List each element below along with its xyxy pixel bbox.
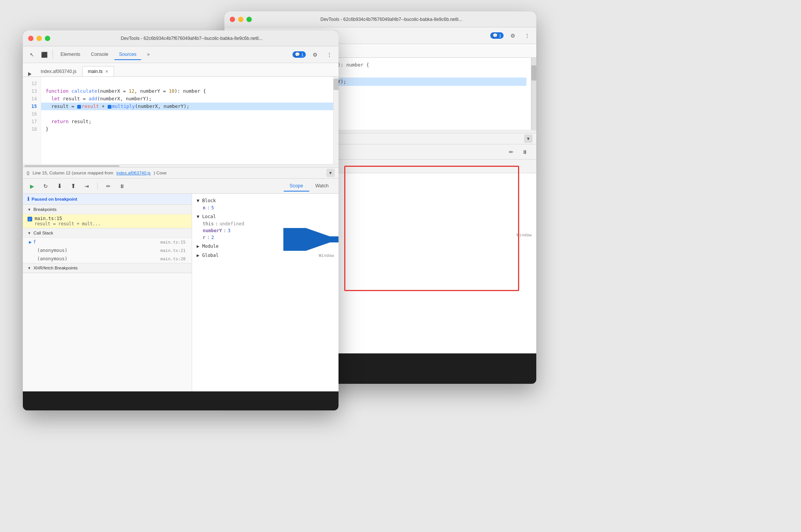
- front-xhr-section: ▼ XHR/fetch Breakpoints: [23, 263, 192, 273]
- front-right-panel: ▼ Block n : 5 ▼ Local this : undefined: [192, 194, 339, 391]
- front-bp-content: main.ts:15 result = result + mult...: [35, 216, 100, 226]
- front-toolbar: ↖ ⬛ Elements Console Sources » 💬 1 ⚙ ⋮: [23, 46, 339, 63]
- front-tab-more[interactable]: »: [143, 49, 154, 60]
- front-bp-file: main.ts:15: [35, 216, 100, 221]
- front-breakpoints-section: ▼ Breakpoints ✓ main.ts:15 result = resu…: [23, 205, 192, 228]
- front-xhr-header[interactable]: ▼ XHR/fetch Breakpoints: [23, 263, 192, 273]
- back-minimize-button[interactable]: [238, 17, 243, 22]
- front-cs-file-1: main.ts:15: [161, 240, 186, 245]
- front-close-button[interactable]: [28, 36, 33, 41]
- back-pause-button[interactable]: ⏸: [520, 147, 530, 157]
- back-close-button[interactable]: [230, 17, 235, 22]
- front-code-content: function calculate(numberX = 12, numberY…: [41, 77, 333, 164]
- front-h-scrollbar[interactable]: [23, 164, 339, 167]
- front-chat-badge[interactable]: 💬 1: [292, 51, 306, 58]
- front-breakpoints-label: Breakpoints: [33, 207, 57, 212]
- front-step-out-button[interactable]: ⬆: [68, 181, 78, 192]
- front-inline-scope-tab[interactable]: Scope: [284, 181, 309, 192]
- front-close-tab-icon[interactable]: ✕: [105, 69, 108, 74]
- front-step-over-button[interactable]: ↻: [40, 181, 51, 192]
- line-num-13: 13: [23, 87, 41, 95]
- front-breakpoints-header[interactable]: ▼ Breakpoints: [23, 205, 192, 214]
- back-fullscreen-button[interactable]: [246, 17, 252, 22]
- front-paused-section: ℹ Paused on breakpoint: [23, 194, 192, 205]
- front-code-area: 12 13 14 15 16 17 18 function calculate(…: [23, 77, 339, 164]
- front-menu-button[interactable]: ⋮: [324, 49, 335, 60]
- front-code-line-16: [41, 110, 333, 118]
- front-scope-block: ▼ Block n : 5: [192, 196, 339, 212]
- front-file-tabs: index.af063740.js main.ts ✕: [23, 63, 339, 77]
- front-paused-label: Paused on breakpoint: [32, 197, 77, 201]
- front-cs-file-2: main.ts:21: [161, 248, 186, 253]
- front-bp-code: result = result + mult...: [35, 221, 100, 226]
- front-debug-toolbar: ▶ ↻ ⬇ ⬆ ⇥ ✏ ⏸ Scope Watch: [23, 179, 339, 194]
- line-num-15: 15: [23, 103, 41, 110]
- front-deactivate-button[interactable]: ✏: [103, 181, 114, 192]
- front-bp-checkbox[interactable]: ✓: [27, 217, 32, 222]
- front-v-scrollbar[interactable]: [333, 77, 339, 164]
- front-scope-block-header[interactable]: ▼ Block: [192, 197, 339, 204]
- front-scope-tabs-inline: Scope Watch: [284, 181, 335, 192]
- back-scrollbar[interactable]: [531, 58, 536, 130]
- front-code-line-13: function calculate(numberX = 12, numberY…: [41, 87, 333, 95]
- front-tab-elements[interactable]: Elements: [56, 49, 85, 60]
- back-settings-button[interactable]: ⚙: [507, 30, 518, 41]
- front-step-into-button[interactable]: ⬇: [54, 181, 65, 192]
- front-paused-header: ℹ Paused on breakpoint: [23, 194, 192, 204]
- back-chat-badge[interactable]: 💬 1: [490, 32, 504, 39]
- front-code-line-15: result = result + multiply(numberX, numb…: [41, 103, 333, 110]
- front-scope-local-this: this : undefined: [192, 220, 339, 227]
- front-step-button[interactable]: ⇥: [81, 181, 92, 192]
- line-num-18: 18: [23, 125, 41, 133]
- front-scope-content: ▼ Block n : 5 ▼ Local this : undefined: [192, 194, 339, 391]
- back-traffic-lights: [230, 17, 252, 22]
- back-menu-button[interactable]: ⋮: [522, 30, 532, 41]
- line-num-14: 14: [23, 95, 41, 103]
- front-line-numbers: 12 13 14 15 16 17 18: [23, 77, 41, 164]
- front-tab-sources[interactable]: Sources: [114, 49, 141, 60]
- front-status-text2: ) Cove: [154, 171, 167, 175]
- front-callstack-header[interactable]: ▼ Call Stack: [23, 228, 192, 238]
- front-tab-console[interactable]: Console: [86, 49, 113, 60]
- info-icon: ℹ: [27, 196, 29, 202]
- back-edit-button[interactable]: ✏: [506, 147, 517, 157]
- front-file-tab-js[interactable]: index.af063740.js: [35, 66, 82, 76]
- front-cursor-icon[interactable]: ↖: [27, 49, 37, 60]
- line-num-12: 12: [23, 80, 41, 87]
- front-collapse-button[interactable]: ▼: [326, 169, 335, 177]
- front-status-text: Line 15, Column 12 (source mapped from: [33, 171, 113, 175]
- svg-marker-1: [28, 72, 32, 76]
- front-minimize-button[interactable]: [37, 36, 42, 41]
- back-collapse-button[interactable]: ▼: [524, 135, 532, 143]
- front-toolbar-icons: 💬 1 ⚙ ⋮: [292, 49, 335, 60]
- front-xhr-label: XHR/fetch Breakpoints: [33, 266, 78, 270]
- front-divider: [52, 50, 53, 59]
- front-scope-local-header[interactable]: ▼ Local: [192, 213, 339, 220]
- front-window-title: DevTools - 62c6b934c4b7f676049af4b7--buc…: [50, 36, 333, 41]
- front-scope-block-n: n : 5: [192, 204, 339, 211]
- front-fullscreen-button[interactable]: [45, 36, 50, 41]
- front-pause-exceptions-button[interactable]: ⏸: [117, 181, 127, 192]
- front-code-line-12: [41, 80, 333, 87]
- front-format-icon: {}: [27, 171, 30, 175]
- front-inline-watch-tab[interactable]: Watch: [309, 181, 335, 192]
- front-xhr-triangle: ▼: [27, 266, 31, 270]
- front-file-tab-ts[interactable]: main.ts ✕: [82, 66, 114, 76]
- front-resume-button[interactable]: ▶: [27, 181, 37, 192]
- front-play-icon[interactable]: [26, 72, 35, 76]
- front-settings-button[interactable]: ⚙: [310, 49, 320, 60]
- front-debug-divider: [97, 182, 98, 190]
- front-cs-item-anon2: (anonymous) main.ts:20: [23, 255, 192, 263]
- front-device-icon[interactable]: ⬛: [39, 49, 49, 60]
- front-bottom-panel: ℹ Paused on breakpoint ▼ Breakpoints ✓ m…: [23, 194, 339, 391]
- front-scope-global-header[interactable]: ▶ Global Window: [192, 252, 339, 259]
- front-devtools-window: DevTools - 62c6b934c4b7f676049af4b7--buc…: [23, 30, 339, 410]
- front-cs-arrow: ▶: [29, 239, 32, 245]
- front-callstack-label: Call Stack: [33, 231, 53, 235]
- front-bp-item-1: ✓ main.ts:15 result = result + mult...: [23, 214, 192, 228]
- line-num-16: 16: [23, 110, 41, 118]
- front-status-link[interactable]: index.af063740.js: [116, 171, 151, 175]
- front-status-bar: {} Line 15, Column 12 (source mapped fro…: [23, 167, 339, 179]
- front-callstack-section: ▼ Call Stack ▶f main.ts:15 (anonymous) m…: [23, 228, 192, 263]
- front-cs-item-anon1: (anonymous) main.ts:21: [23, 246, 192, 255]
